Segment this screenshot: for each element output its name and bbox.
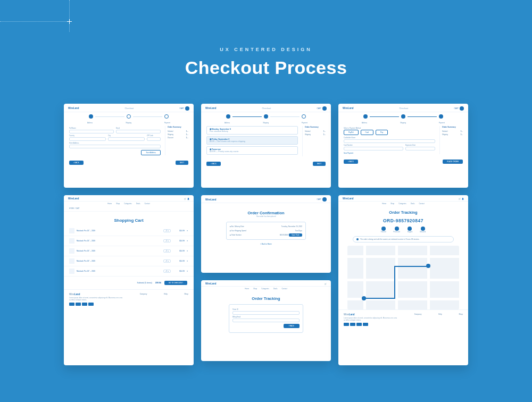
card-order-confirmation: WireLand CART Order Confirmation Your or… [201,195,331,273]
qty-stepper[interactable]: - 1 + [163,239,171,242]
user-icon[interactable]: 👤 [187,198,189,200]
subtotal-value: 209.94 [155,282,161,284]
tracking-step: Ordered [381,227,386,233]
billing-email-input[interactable] [232,319,300,322]
card-checkout-payment: WireLand Checkout CART AddressShippingPa… [338,104,468,188]
product-thumb [69,248,74,254]
next-button[interactable]: NEXT [313,162,326,166]
go-to-checkout-button[interactable]: GO TO CHECKOUT [164,281,187,285]
breadcrumb: HOME / CART [64,206,194,212]
hero-title: Checkout Process [0,57,532,78]
save-address-button[interactable]: Save Address [141,150,161,155]
remove-item-icon[interactable]: ✕ [187,260,188,262]
remove-item-icon[interactable]: ✕ [187,270,188,272]
line-price: $14.99 [173,250,185,252]
line-price: $14.99 [173,270,185,272]
shipping-option[interactable]: ◉ Monday, September 5Free standard deliv… [206,126,298,135]
save-payment-toggle[interactable]: Save Payment [344,152,353,154]
cart-icon[interactable]: 🛒 [459,198,461,200]
hero-eyebrow: UX CENTERED DESIGN [0,47,532,52]
qty-stepper[interactable]: - 1 + [163,270,171,273]
back-button[interactable]: < BACK [69,161,84,165]
confirmation-line: ■ Est. Delivery DateTuesday, November 29… [230,224,302,229]
track-button[interactable]: TRACK [284,324,300,328]
cart-item-row: Macbook Pro 16" – 2019- 1 +$14.99✕ [64,266,194,277]
confirmation-sub: Your order has been placed [201,215,331,217]
tracking-map[interactable] [347,246,459,309]
country-select[interactable] [69,137,106,141]
cart-item-row: Macbook Pro 16" – 2019- 1 +$14.99✕ [64,236,194,246]
cardnumber-input[interactable] [344,147,403,150]
brand: WireLand [68,107,79,110]
main-nav[interactable]: HomeShopCategoriesDealsContact [64,202,194,206]
product-name: Macbook Pro 16" – 2019 [77,260,161,262]
product-name: Macbook Pro 16" – 2019 [77,230,161,232]
product-thumb [69,228,74,233]
qty-stepper[interactable]: - 1 + [163,229,171,232]
line-price: $14.99 [173,230,185,232]
qty-stepper[interactable]: - 1 + [163,259,171,263]
pay-method-card[interactable]: Card [361,130,374,135]
email-input[interactable] [116,130,161,133]
product-thumb [69,269,74,274]
cart-item-row: Macbook Pro 16" – 2019- 1 +$14.99✕ [64,226,194,236]
remove-item-icon[interactable]: ✕ [187,250,188,252]
crosshair-icon [67,19,72,24]
tracking-step: Processed [393,227,400,233]
site-footer: WireLand Lorem ipsum dolor sit amet, con… [64,289,194,309]
main-nav[interactable]: HomeShopCategoriesDealsContact [201,287,331,291]
zip-input[interactable] [147,137,161,141]
continue-link[interactable]: < Back to Home [201,243,331,245]
cart-indicator[interactable]: CART [317,197,327,202]
cardexp-input[interactable] [405,147,435,150]
remove-item-icon[interactable]: ✕ [187,240,188,242]
card-shopping-cart: WireLand 🛒 👤 HomeShopCategoriesDealsCont… [64,195,194,365]
map-pin-destination [426,264,430,268]
confirmation-title: Order Confirmation [201,211,331,215]
pay-method-paypal[interactable]: PayPal [344,130,359,135]
product-name: Macbook Pro 16" – 2019 [77,250,161,252]
map-pin-origin [362,296,366,300]
cart-icon[interactable]: 🛒 [325,283,327,285]
back-button[interactable]: < BACK [344,160,358,164]
cart-indicator[interactable]: CART [454,106,464,111]
next-button[interactable]: NEXT [176,161,188,165]
back-button[interactable]: < BACK [206,162,221,166]
place-order-button[interactable]: PLACE ORDER [443,160,463,164]
cart-icon[interactable]: 🛒 [184,198,186,200]
page-title: Checkout [124,107,134,110]
product-thumb [69,238,74,244]
confirmation-line: ■ Your Shipping SpeedTwo Days [230,229,302,233]
shipping-option[interactable]: ◉ Tomorrow$19.99 — Priority same-city co… [206,146,298,155]
open-order-button[interactable]: Open Order [289,233,302,237]
tracking-step: Delivered [420,227,426,233]
progress-stepper [89,114,169,119]
product-name: Macbook Pro 16" – 2019 [77,270,161,272]
remove-item-icon[interactable]: ✕ [187,230,188,232]
card-order-tracking-form: WireLand 🛒 HomeShopCategoriesDealsContac… [201,280,331,361]
street-input[interactable] [69,145,161,148]
cart-indicator[interactable]: CART [179,106,189,111]
main-nav[interactable]: HomeShopCategoriesDealsContact [338,202,468,206]
confirmation-line: ■ Order Number9857920847 Open Order [230,233,302,237]
fullname-input[interactable] [69,130,114,133]
cart-indicator[interactable]: CART [317,106,327,111]
tracking-title: Order Tracking [338,210,468,215]
tracking-title: Order Tracking [201,296,331,301]
cardname-input[interactable] [344,139,435,143]
tracking-status: The order is being sent with the courier… [353,236,454,242]
subtotal-label: Subtotal (5 items) [137,282,152,284]
cart-item-row: Macbook Pro 16" – 2019- 1 +$14.99✕ [64,246,194,256]
order-number: ORD-9857920847 [338,218,468,223]
order-id-input[interactable] [232,311,300,315]
city-input[interactable] [108,137,145,141]
card-checkout-shipping: WireLand Checkout CART AddressShippingPa… [201,104,331,188]
cart-title: Shopping Cart [64,218,194,223]
product-name: Macbook Pro 16" – 2019 [77,240,161,242]
shipping-option[interactable]: ◉ Friday, September 2$9.99 — Get it fast… [206,136,298,145]
step-node-3 [164,114,169,119]
card-checkout-address: WireLand Checkout CART AddressShippingPa… [64,104,194,188]
pay-method-other[interactable]: Pay [376,130,388,135]
user-icon[interactable]: 👤 [462,198,464,200]
qty-stepper[interactable]: - 1 + [163,249,171,253]
